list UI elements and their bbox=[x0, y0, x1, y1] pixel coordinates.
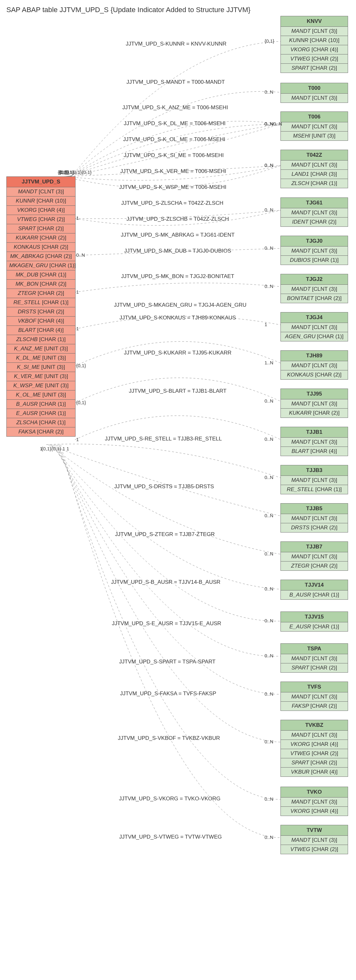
entity-tvtw-field: VTWEG [CHAR (2)] bbox=[281, 845, 348, 854]
cardinality-left: {0,1} bbox=[58, 169, 67, 175]
relationship-label: JJTVM_UPD_S-K_DL_ME = T006-MSEHI bbox=[111, 120, 238, 127]
cardinality-right: 0..N bbox=[265, 283, 273, 289]
entity-main-field: FAKSA [CHAR (2)] bbox=[7, 427, 75, 436]
entity-main-field: VKBOF [CHAR (4)] bbox=[7, 317, 75, 326]
entity-tjgj2: TJGJ2MANDT [CLNT (3)]BONITAET [CHAR (2)] bbox=[281, 274, 348, 303]
entity-tjjb7-header: TJJB7 bbox=[281, 542, 348, 552]
entity-main-field: ZLSCHA [CHAR (1)] bbox=[7, 418, 75, 427]
entity-tjjv15-field: E_AUSR [CHAR (1)] bbox=[281, 622, 348, 631]
entity-tjg61-header: TJG61 bbox=[281, 198, 348, 208]
relationship-label: JJTVM_UPD_S-E_AUSR = TJJV15-E_AUSR bbox=[103, 620, 230, 627]
entity-tjj95-header: TJJ95 bbox=[281, 389, 348, 399]
entity-tjjb3: TJJB3MANDT [CLNT (3)]RE_STELL [CHAR (1)] bbox=[281, 465, 348, 494]
cardinality-left: 1 bbox=[76, 437, 79, 442]
entity-tjjb5-header: TJJB5 bbox=[281, 504, 348, 514]
cardinality-right: 0..N bbox=[265, 398, 273, 404]
entity-tspa: TSPAMANDT [CLNT (3)]SPART [CHAR (2)] bbox=[281, 643, 348, 673]
entity-tjh89: TJH89MANDT [CLNT (3)]KONKAUS [CHAR (2)] bbox=[281, 350, 348, 380]
page-title: SAP ABAP table JJTVM_UPD_S {Update Indic… bbox=[6, 6, 251, 14]
entity-t042z: T042ZMANDT [CLNT (3)]LAND1 [CHAR (3)]ZLS… bbox=[281, 150, 348, 188]
entity-tjjb1-header: TJJB1 bbox=[281, 427, 348, 438]
entity-t000-header: T000 bbox=[281, 83, 348, 94]
cardinality-left: 1 bbox=[76, 326, 79, 331]
cardinality-right: 0..N bbox=[265, 834, 273, 840]
entity-tvkbz-field: VKORG [CHAR (4)] bbox=[281, 740, 348, 749]
entity-tvtw-field: MANDT [CLNT (3)] bbox=[281, 836, 348, 845]
entity-tjj95-field: MANDT [CLNT (3)] bbox=[281, 399, 348, 409]
cardinality-right: 0..N bbox=[265, 245, 273, 251]
entity-tjh89-field: MANDT [CLNT (3)] bbox=[281, 361, 348, 371]
entity-t000: T000MANDT [CLNT (3)] bbox=[281, 83, 348, 103]
entity-t042z-field: MANDT [CLNT (3)] bbox=[281, 161, 348, 170]
cardinality-right: 0..N bbox=[265, 691, 273, 697]
entity-knvv-field: VTWEG [CHAR (2)] bbox=[281, 54, 348, 64]
entity-main-field: DRSTS [CHAR (2)] bbox=[7, 307, 75, 317]
relationship-label: JJTVM_UPD_S-K_OL_ME = T006-MSEHI bbox=[110, 136, 238, 143]
entity-tjgj0-field: DUBIOS [CHAR (1)] bbox=[281, 256, 348, 265]
cardinality-right: 0..N bbox=[265, 162, 273, 168]
entity-tvkbz-field: VTWEG [CHAR (2)] bbox=[281, 749, 348, 758]
entity-tvfs-field: FAKSP [CHAR (2)] bbox=[281, 702, 348, 711]
relationship-label: JJTVM_UPD_S-RE_STELL = TJJB3-RE_STELL bbox=[100, 436, 227, 442]
entity-main-field: B_AUSR [CHAR (1)] bbox=[7, 400, 75, 409]
entity-tjgj4-header: TJGJ4 bbox=[281, 312, 348, 323]
cardinality-left: 1 bbox=[76, 289, 79, 294]
entity-main-field: KONKAUS [CHAR (2)] bbox=[7, 243, 75, 252]
cardinality-right: 0..N bbox=[265, 207, 273, 212]
entity-tjjb1: TJJB1MANDT [CLNT (3)]BLART [CHAR (4)] bbox=[281, 427, 348, 456]
cardinality-left: {0,1}{0,1} 1 1 bbox=[42, 446, 69, 451]
relationship-label: JJTVM_UPD_S-MANDT = T000-MANDT bbox=[112, 79, 239, 85]
relationship-label: JJTVM_UPD_S-DRSTS = TJJB5-DRSTS bbox=[101, 484, 228, 490]
entity-main-field: SPART [CHAR (2)] bbox=[7, 224, 75, 234]
relationship-label: JJTVM_UPD_S-K_ANZ_ME = T006-MSEHI bbox=[112, 105, 239, 111]
entity-tjgj2-field: BONITAET [CHAR (2)] bbox=[281, 294, 348, 303]
cardinality-left: {0,1} bbox=[76, 363, 86, 368]
entity-main-field: KUNNR [CHAR (10)] bbox=[7, 197, 75, 206]
relationship-label: JJTVM_UPD_S-MKAGEN_GRU = TJGJ4-AGEN_GRU bbox=[114, 302, 241, 308]
cardinality-right: 0..N bbox=[265, 618, 273, 623]
entity-main-field: K_OL_ME [UNIT (3)] bbox=[7, 390, 75, 400]
entity-t042z-field: ZLSCH [CHAR (1)] bbox=[281, 179, 348, 188]
entity-tvko-field: VKORG [CHAR (4)] bbox=[281, 807, 348, 816]
relationship-label: JJTVM_UPD_S-KUNNR = KNVV-KUNNR bbox=[112, 41, 240, 47]
entity-tjjb5-field: DRSTS [CHAR (2)] bbox=[281, 523, 348, 532]
relationship-label: JJTVM_UPD_S-ZLSCHB = T042Z-ZLSCH bbox=[114, 216, 241, 222]
entity-tjjb3-field: RE_STELL [CHAR (1)] bbox=[281, 485, 348, 494]
entity-tspa-header: TSPA bbox=[281, 644, 348, 654]
entity-t006-field: MSEHI [UNIT (3)] bbox=[281, 132, 348, 140]
entity-tjjv14: TJJV14B_AUSR [CHAR (1)] bbox=[281, 580, 348, 600]
entity-main-field: RE_STELL [CHAR (1)] bbox=[7, 298, 75, 307]
entity-main-field: K_SI_ME [UNIT (3)] bbox=[7, 363, 75, 372]
entity-main-field: BLART [CHAR (4)] bbox=[7, 326, 75, 335]
entity-tvfs-field: MANDT [CLNT (3)] bbox=[281, 692, 348, 702]
entity-main-field: E_AUSR [CHAR (1)] bbox=[7, 409, 75, 418]
entity-main-field: K_DL_ME [UNIT (3)] bbox=[7, 353, 75, 363]
entity-tvkbz: TVKBZMANDT [CLNT (3)]VKORG [CHAR (4)]VTW… bbox=[281, 720, 348, 777]
relationship-label: JJTVM_UPD_S-ZLSCHA = T042Z-ZLSCH bbox=[109, 200, 236, 206]
entity-tjjb7-field: MANDT [CLNT (3)] bbox=[281, 552, 348, 562]
entity-tjgj4-field: MANDT [CLNT (3)] bbox=[281, 323, 348, 332]
relationship-label: JJTVM_UPD_S-VKORG = TVKO-VKORG bbox=[106, 795, 234, 802]
relationship-label: JJTVM_UPD_S-BLART = TJJB1-BLART bbox=[114, 388, 241, 394]
entity-tjh89-field: KONKAUS [CHAR (2)] bbox=[281, 371, 348, 379]
relationship-label: JJTVM_UPD_S-KUKARR = TJJ95-KUKARR bbox=[114, 350, 241, 356]
entity-main-field: K_ANZ_ME [UNIT (3)] bbox=[7, 344, 75, 353]
entity-tjjb3-header: TJJB3 bbox=[281, 465, 348, 476]
cardinality-right: 0..N bbox=[265, 474, 273, 480]
cardinality-right: 0..N bbox=[265, 586, 273, 592]
entity-tjjv15: TJJV15E_AUSR [CHAR (1)] bbox=[281, 611, 348, 632]
entity-main-field: VKORG [CHAR (4)] bbox=[7, 206, 75, 215]
entity-main-field: MKAGEN_GRU [CHAR (1)] bbox=[7, 261, 75, 270]
cardinality-left: 0..N bbox=[76, 252, 85, 258]
entity-main-field: MANDT [CLNT (3)] bbox=[7, 187, 75, 197]
entity-tjg61-field: IDENT [CHAR (2)] bbox=[281, 218, 348, 226]
cardinality-right: 0..N bbox=[265, 436, 273, 442]
entity-tvfs-header: TVFS bbox=[281, 682, 348, 692]
relationship-label: JJTVM_UPD_S-MK_ABRKAG = TJG61-IDENT bbox=[114, 232, 241, 238]
entity-tvtw-header: TVTW bbox=[281, 825, 348, 836]
entity-tjgj2-header: TJGJ2 bbox=[281, 274, 348, 285]
entity-tjg61-field: MANDT [CLNT (3)] bbox=[281, 208, 348, 218]
entity-main: JJTVM_UPD_S MANDT [CLNT (3)]KUNNR [CHAR … bbox=[6, 177, 75, 437]
relationship-label: JJTVM_UPD_S-FAKSA = TVFS-FAKSP bbox=[105, 690, 232, 697]
entity-tjgj2-field: MANDT [CLNT (3)] bbox=[281, 285, 348, 294]
